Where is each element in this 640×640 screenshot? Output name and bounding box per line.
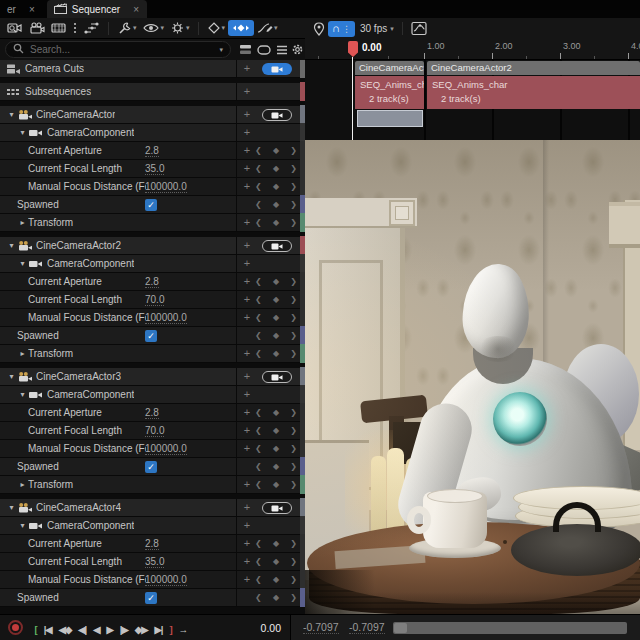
next-key-icon[interactable]: ❯ — [290, 408, 297, 417]
property-row-current-focal-length[interactable]: Current Focal Length35.0+❮◆❯ — [0, 160, 305, 178]
actor-row-cinecameraactor3[interactable]: ▾CineCameraActor3+ — [0, 368, 305, 386]
component-row-cameracomponent[interactable]: ▾CameraComponent+ — [0, 517, 305, 535]
step-forward-button[interactable]: |▶ — [120, 624, 128, 635]
actor-row-cinecameraactor4[interactable]: ▾CineCameraActor4+ — [0, 499, 305, 517]
next-key-icon[interactable]: ❯ — [290, 593, 297, 602]
filmstrip-icon[interactable] — [48, 20, 70, 37]
add-key-icon[interactable]: ◆ — [273, 426, 279, 435]
add-key-icon[interactable]: ◆ — [273, 164, 279, 173]
play-button[interactable]: ▶ — [107, 624, 113, 635]
property-row-manual-focus-distance-focu[interactable]: Manual Focus Distance (Focu100000.0+❮◆❯ — [0, 178, 305, 196]
previous-key-icon[interactable]: ❮ — [255, 200, 262, 209]
previous-key-icon[interactable]: ❮ — [255, 331, 262, 340]
previous-key-icon[interactable]: ❮ — [255, 349, 262, 358]
add-section-button[interactable]: + — [241, 258, 253, 269]
add-section-button[interactable]: + — [241, 109, 253, 120]
add-section-button[interactable]: + — [241, 556, 253, 567]
previous-key-icon[interactable]: ❮ — [255, 313, 262, 322]
spawned-checkbox[interactable]: ✓ — [145, 199, 157, 211]
autokey-button[interactable] — [228, 20, 254, 36]
add-key-icon[interactable]: ◆ — [273, 593, 279, 602]
curve-pen-icon[interactable]: ▾ — [254, 20, 281, 37]
add-section-button[interactable]: + — [241, 181, 253, 192]
add-key-icon[interactable]: ◆ — [273, 146, 279, 155]
camera-lock-button[interactable] — [262, 502, 292, 514]
current-time-field[interactable]: 0.00 — [233, 622, 281, 634]
add-section-button[interactable]: + — [241, 574, 253, 585]
keyframe-levels-icon[interactable] — [80, 20, 103, 37]
add-key-icon[interactable]: ◆ — [273, 462, 279, 471]
jump-to-front-button[interactable]: |◀ — [44, 624, 52, 635]
bool-row-spawned[interactable]: Spawned✓❮◆❯ — [0, 327, 305, 345]
section-body-cinecameraactor2[interactable]: SEQ_Anims_char2 track(s) — [427, 76, 640, 109]
add-key-icon[interactable]: ◆ — [273, 539, 279, 548]
search-input[interactable]: Search... ▾ — [5, 41, 231, 58]
property-value[interactable]: 70.0 — [145, 294, 164, 306]
add-key-icon[interactable]: ◆ — [273, 331, 279, 340]
add-section-button[interactable]: + — [241, 371, 253, 382]
add-key-icon[interactable]: ◆ — [273, 575, 279, 584]
add-key-icon[interactable]: ◆ — [273, 444, 279, 453]
curve-editor-icon[interactable] — [408, 20, 430, 37]
pin-icon[interactable] — [310, 20, 328, 37]
next-key-icon[interactable]: ❯ — [290, 295, 297, 304]
previous-key-icon[interactable]: ❮ — [255, 295, 262, 304]
add-section-button[interactable]: + — [241, 240, 253, 251]
property-row-manual-focus-distance-focu[interactable]: Manual Focus Distance (Focu100000.0+❮◆❯ — [0, 571, 305, 589]
previous-key-icon[interactable]: ❮ — [255, 182, 262, 191]
camera-lock-button[interactable] — [262, 371, 292, 383]
property-value[interactable]: 2.8 — [145, 276, 159, 288]
actor-row-cinecameraactor[interactable]: ▾CineCameraActor+ — [0, 106, 305, 124]
previous-key-icon[interactable]: ❮ — [255, 480, 262, 489]
close-icon[interactable]: × — [133, 4, 139, 15]
section-body-cinecameraactor[interactable]: SEQ_Anims_char2 track(s) — [355, 76, 424, 109]
property-value[interactable]: 100000.0 — [145, 443, 187, 455]
property-value[interactable]: 100000.0 — [145, 574, 187, 586]
more-dots-icon[interactable] — [70, 20, 80, 37]
add-section-button[interactable]: + — [241, 276, 253, 287]
add-section-button[interactable]: + — [241, 348, 253, 359]
property-row-manual-focus-distance-focu[interactable]: Manual Focus Distance (Focu100000.0+❮◆❯ — [0, 440, 305, 458]
add-section-button[interactable]: + — [241, 502, 253, 513]
next-key-icon[interactable]: ❯ — [290, 277, 297, 286]
group-row-transform[interactable]: ▸Transform+❮◆❯ — [0, 214, 305, 232]
step-back-button[interactable]: ◀| — [78, 624, 86, 635]
expander-open-icon[interactable]: ▾ — [6, 503, 17, 512]
add-key-icon[interactable]: ◆ — [273, 295, 279, 304]
expander-open-icon[interactable]: ▾ — [17, 390, 28, 399]
expander-open-icon[interactable]: ▾ — [6, 241, 17, 250]
add-section-button[interactable]: + — [241, 86, 253, 97]
next-key-icon[interactable]: ❯ — [290, 575, 297, 584]
property-row-current-focal-length[interactable]: Current Focal Length35.0+❮◆❯ — [0, 553, 305, 571]
add-section-button[interactable]: + — [241, 389, 253, 400]
snap-magnet-button[interactable]: ∩⋮ — [328, 21, 355, 37]
add-key-icon[interactable]: ◆ — [273, 480, 279, 489]
fps-dropdown[interactable]: 30 fps▾ — [355, 20, 397, 37]
scrollbar-thumb[interactable] — [394, 623, 407, 633]
snap-options-icon[interactable]: ⋮ — [342, 24, 351, 34]
spawned-checkbox[interactable]: ✓ — [145, 592, 157, 604]
add-key-icon[interactable]: ◆ — [273, 408, 279, 417]
bool-row-spawned[interactable]: Spawned✓❮◆❯ — [0, 196, 305, 214]
property-row-current-focal-length[interactable]: Current Focal Length70.0+❮◆❯ — [0, 291, 305, 309]
next-key-icon[interactable]: ❯ — [290, 200, 297, 209]
chevron-down-icon[interactable]: ▾ — [219, 46, 223, 54]
previous-key-icon[interactable]: ❮ — [255, 557, 262, 566]
expander-open-icon[interactable]: ▾ — [6, 372, 17, 381]
add-key-icon[interactable]: ◆ — [273, 200, 279, 209]
property-value[interactable]: 100000.0 — [145, 312, 187, 324]
track-row-camera-cuts[interactable]: Camera Cuts+ — [0, 60, 305, 78]
add-section-button[interactable]: + — [241, 479, 253, 490]
previous-key-icon[interactable]: ❮ — [255, 164, 262, 173]
next-key-icon[interactable]: ❯ — [290, 331, 297, 340]
set-playback-start-button[interactable]: [ — [35, 624, 37, 635]
add-section-button[interactable]: + — [241, 127, 253, 138]
play-reverse-button[interactable]: ◀ — [93, 624, 99, 635]
collapse-tracks-icon[interactable] — [238, 42, 253, 57]
track-row-subsequences[interactable]: Subsequences+ — [0, 83, 305, 101]
next-key-icon[interactable]: ❯ — [290, 426, 297, 435]
previous-key-icon[interactable]: ❮ — [255, 408, 262, 417]
level-viewport[interactable] — [305, 140, 640, 614]
add-section-button[interactable]: + — [241, 163, 253, 174]
next-key-icon[interactable]: ❯ — [290, 164, 297, 173]
